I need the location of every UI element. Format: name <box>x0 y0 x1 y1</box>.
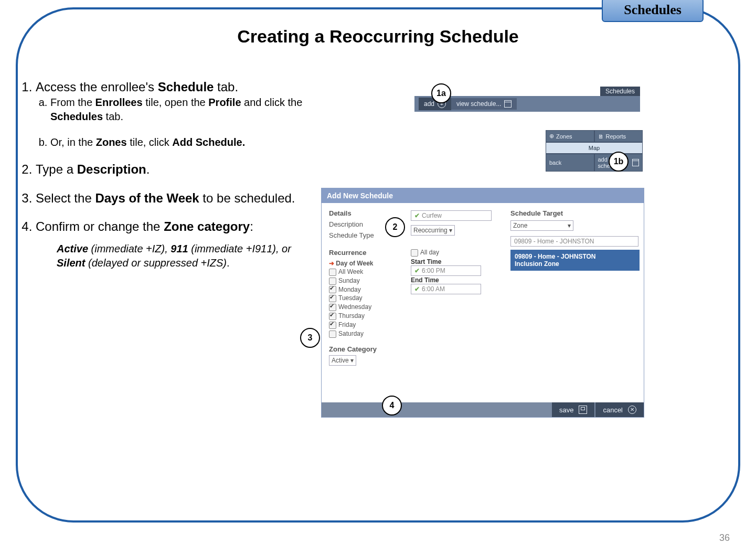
all-day-checkbox[interactable]: All day <box>411 249 489 257</box>
t: . <box>146 162 150 176</box>
t: and click the <box>241 97 303 108</box>
callout-2: 2 <box>385 217 405 237</box>
t: (immediate +IZ), <box>88 243 171 254</box>
schedule-target-type-value: Zone <box>513 222 527 229</box>
monday-checkbox[interactable]: Monday <box>329 286 390 294</box>
end-time-input[interactable]: ✔6:00 AM <box>411 284 481 294</box>
all-week-checkbox[interactable]: All Week <box>329 268 390 276</box>
recurrence-heading: Recurrence <box>329 249 390 257</box>
step-1b: Or, in the Zones tile, click Add Schedul… <box>50 135 310 150</box>
description-value: Curfew <box>422 212 442 219</box>
t: tile, click <box>127 136 173 148</box>
t: to be scheduled. <box>199 191 295 205</box>
tuesday-checkbox[interactable]: Tuesday <box>329 294 390 302</box>
monday-label: Monday <box>338 286 361 293</box>
tab-schedules: Schedules <box>602 0 704 22</box>
panel-footer: save cancel ✕ <box>322 402 644 417</box>
t: Profile <box>208 97 241 108</box>
page-title: Creating a Reoccurring Schedule <box>0 26 756 47</box>
t: Description <box>77 162 146 176</box>
sunday-label: Sunday <box>338 277 360 284</box>
target-icon: ⊕ <box>549 133 554 140</box>
friday-checkbox[interactable]: Friday <box>329 321 390 329</box>
cancel-button[interactable]: cancel ✕ <box>595 402 644 417</box>
schedule-target-input[interactable]: 09809 - Home - JOHNSTON <box>510 236 638 247</box>
start-time-value: 6:00 PM <box>422 267 445 274</box>
t: . <box>227 257 230 269</box>
friday-label: Friday <box>338 321 356 328</box>
view-schedule-label: view schedule... <box>456 100 501 108</box>
zone-category-select[interactable]: Active ▾ <box>329 355 356 366</box>
schedule-target-selected[interactable]: 09809 - Home - JOHNSTON Inclusion Zone <box>510 250 640 271</box>
add-new-schedule-panel: Add New Schedule Details Description Sch… <box>321 188 644 418</box>
screenshot-1b: ⊕Zones 🗎Reports Map back add schedule <box>546 130 643 172</box>
details-heading: Details <box>329 209 390 217</box>
panel-header: Add New Schedule <box>322 188 644 203</box>
t: Zones <box>96 136 127 148</box>
step-1-bold: Schedule <box>158 80 214 94</box>
step-4: Confirm or change the Zone category: Act… <box>36 218 310 270</box>
callout-4: 4 <box>382 396 402 416</box>
step-3: Select the Days of the Week to be schedu… <box>36 190 310 207</box>
saturday-label: Saturday <box>338 330 364 337</box>
zone-category-heading: Zone Category <box>329 345 390 353</box>
arrow-right-icon: ➜ <box>329 260 334 267</box>
calendar-icon <box>504 100 512 108</box>
t: (immediate +I911), or <box>188 243 291 254</box>
save-button-label: save <box>559 406 573 414</box>
thursday-label: Thursday <box>338 312 365 319</box>
t: (delayed or suppressed +IZS) <box>85 257 227 269</box>
schedule-type-select[interactable]: Reoccurring ▾ <box>411 225 455 236</box>
check-icon: ✔ <box>414 267 420 274</box>
check-icon: ✔ <box>414 212 420 219</box>
start-time-label: Start Time <box>411 258 441 265</box>
t: Confirm or change the <box>36 219 164 233</box>
step-1a: From the Enrollees tile, open the Profil… <box>50 95 310 124</box>
zones-tab[interactable]: ⊕Zones <box>546 130 594 142</box>
step-2: Type a Description. <box>36 161 310 178</box>
map-tab[interactable]: Map <box>546 142 643 154</box>
step-1-tail: tab. <box>214 80 238 94</box>
day-of-week-label: Day of Week <box>336 260 373 267</box>
schedules-header-label: Schedules <box>600 87 640 96</box>
zone-category-value: Active <box>332 357 349 364</box>
schedule-target-type-select[interactable]: Zone▾ <box>510 220 573 231</box>
back-button[interactable]: back <box>546 154 594 172</box>
view-schedule-button[interactable]: view schedule... <box>451 98 517 110</box>
save-icon <box>579 406 587 414</box>
sunday-checkbox[interactable]: Sunday <box>329 277 390 285</box>
t: tab. <box>103 111 123 122</box>
zones-label: Zones <box>556 133 572 140</box>
step-4-note: Active (immediate +IZ), 911 (immediate +… <box>57 242 310 270</box>
t: 911 <box>171 243 188 254</box>
day-of-week-option[interactable]: ➜ Day of Week <box>329 260 390 267</box>
callout-3: 3 <box>300 328 320 348</box>
description-label: Description <box>329 220 363 228</box>
reports-label: Reports <box>606 133 626 140</box>
schedule-target-selected-line2: Inclusion Zone <box>515 260 559 268</box>
saturday-checkbox[interactable]: Saturday <box>329 330 390 338</box>
start-time-input[interactable]: ✔6:00 PM <box>411 265 481 276</box>
cancel-button-label: cancel <box>603 406 623 414</box>
thursday-checkbox[interactable]: Thursday <box>329 312 390 320</box>
t: Silent <box>57 257 85 269</box>
schedule-target-heading: Schedule Target <box>510 209 636 217</box>
t: Add Schedule. <box>172 136 245 148</box>
check-icon: ✔ <box>414 285 420 293</box>
callout-1b: 1b <box>609 152 629 172</box>
wednesday-label: Wednesday <box>338 303 371 311</box>
instructions: Access the enrollee's Schedule tab. From… <box>21 79 310 282</box>
close-icon: ✕ <box>628 406 636 414</box>
wednesday-checkbox[interactable]: Wednesday <box>329 303 390 311</box>
t: Or, in the <box>50 136 96 148</box>
description-input[interactable]: ✔Curfew <box>411 210 492 221</box>
step-1-text: Access the enrollee's <box>36 80 158 94</box>
t: From the <box>50 97 95 108</box>
save-button[interactable]: save <box>552 402 594 417</box>
add-button-label: add <box>424 100 434 108</box>
page-number: 36 <box>719 532 730 544</box>
reports-tab[interactable]: 🗎Reports <box>594 130 643 142</box>
schedule-target-selected-line1: 09809 - Home - JOHNSTON <box>515 253 596 260</box>
t: : <box>250 219 253 233</box>
step-1: Access the enrollee's Schedule tab. From… <box>36 79 310 150</box>
